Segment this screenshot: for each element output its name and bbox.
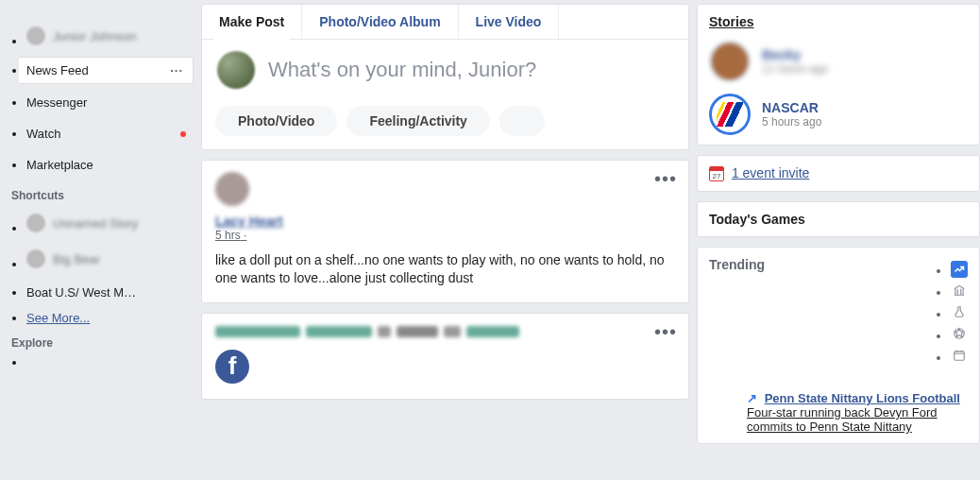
sidebar-item-marketplace[interactable]: Marketplace: [19, 152, 194, 178]
facebook-icon: f: [215, 350, 249, 384]
shortcut-label: Unnamed Story: [53, 216, 138, 231]
post-text: like a doll put on a shelf...no one want…: [215, 251, 675, 287]
feed-column: Make Post Photo/Video Album Live Video W…: [201, 0, 689, 409]
tab-make-post[interactable]: Make Post: [202, 5, 302, 39]
trending-article-title[interactable]: Penn State Nittany Lions Football: [765, 391, 960, 405]
story-avatar: [709, 94, 751, 135]
composer-action-photo[interactable]: Photo/Video: [215, 106, 337, 136]
stories-card: Stories Becky 11 hours ago NASCAR 5 hour…: [697, 4, 980, 146]
post-timestamp[interactable]: 5 hrs ·: [215, 229, 675, 242]
post-author[interactable]: Lacy Heart: [215, 214, 283, 229]
left-sidebar: Junior Johnson News Feed Messenger Watch: [0, 0, 194, 375]
shortcut-item[interactable]: Big Bear: [19, 244, 194, 274]
right-column: Stories Becky 11 hours ago NASCAR 5 hour…: [697, 0, 980, 454]
calendar-icon: [709, 166, 724, 181]
trending-tab-top-icon[interactable]: [951, 261, 968, 278]
trending-heading: Trending: [709, 257, 765, 272]
explore-heading: Explore: [11, 336, 194, 350]
sidebar-item-messenger[interactable]: Messenger: [19, 90, 194, 115]
avatar: [26, 26, 45, 45]
story-time: 5 hours ago: [762, 115, 821, 129]
story-item[interactable]: Becky 11 hours ago: [709, 41, 968, 82]
badge-dot: [180, 131, 186, 137]
event-invite-link[interactable]: 1 event invite: [732, 165, 810, 180]
tab-photo-album[interactable]: Photo/Video Album: [302, 5, 458, 39]
tab-live-video[interactable]: Live Video: [459, 5, 560, 39]
trend-arrow-icon: ↗: [747, 391, 757, 405]
events-card: 1 event invite: [697, 155, 980, 192]
shortcut-item[interactable]: Boat U.S/ West M…: [19, 280, 194, 305]
trending-tab-entertainment-icon[interactable]: [951, 347, 968, 364]
story-avatar: [709, 41, 751, 82]
trending-article[interactable]: ↗ Penn State Nittany Lions Football Four…: [747, 391, 968, 434]
post-card: ••• f: [201, 313, 689, 400]
sidebar-item-label: News Feed: [26, 63, 185, 77]
profile-name: Junior Johnson: [53, 29, 136, 43]
avatar[interactable]: [215, 172, 249, 206]
svg-point-0: [955, 329, 965, 339]
nascar-icon: [717, 102, 743, 127]
post-menu-icon[interactable]: •••: [654, 321, 677, 343]
trending-card: Trending: [697, 247, 980, 444]
composer-card: Make Post Photo/Video Album Live Video W…: [201, 4, 689, 150]
sidebar-item-label: Watch: [26, 127, 173, 141]
composer-action-more[interactable]: [499, 106, 545, 136]
trending-tab-sports-icon[interactable]: [951, 325, 968, 342]
shortcut-icon: [26, 214, 45, 232]
see-more-link[interactable]: See More...: [26, 311, 90, 325]
shortcut-item[interactable]: Unnamed Story: [19, 208, 194, 238]
trending-article-sub: Four-star running back Devyn Ford commit…: [747, 405, 968, 434]
svg-rect-1: [955, 351, 965, 360]
shortcut-label: Big Bear: [53, 252, 100, 266]
composer-input[interactable]: What's on your mind, Junior?: [268, 58, 536, 82]
games-heading: Today's Games: [709, 212, 805, 227]
shortcuts-heading: Shortcuts: [11, 189, 194, 202]
sidebar-item-newsfeed[interactable]: News Feed: [19, 57, 194, 84]
avatar: [217, 51, 255, 89]
stories-heading[interactable]: Stories: [709, 14, 753, 29]
trending-tab-science-icon[interactable]: [951, 303, 968, 320]
sidebar-item-watch[interactable]: Watch: [19, 121, 194, 146]
sidebar-profile[interactable]: Junior Johnson: [19, 21, 194, 51]
games-card: Today's Games: [697, 201, 980, 237]
story-name: Becky: [762, 47, 828, 62]
story-time: 11 hours ago: [762, 62, 828, 76]
composer-action-feeling[interactable]: Feeling/Activity: [346, 106, 489, 136]
post-card: ••• Lacy Heart 5 hrs · like a doll put o…: [201, 160, 689, 303]
post-menu-icon[interactable]: •••: [654, 168, 677, 190]
post-header-blurred: [215, 325, 675, 338]
sidebar-item-label: Marketplace: [26, 158, 186, 172]
story-name: NASCAR: [762, 100, 821, 115]
composer-tabs: Make Post Photo/Video Album Live Video: [202, 5, 688, 40]
shortcut-icon: [26, 249, 45, 268]
trending-tab-politics-icon[interactable]: [951, 282, 968, 299]
sidebar-item-label: Messenger: [26, 95, 186, 110]
shortcut-label: Boat U.S/ West M…: [26, 285, 136, 300]
story-item[interactable]: NASCAR 5 hours ago: [709, 94, 968, 135]
